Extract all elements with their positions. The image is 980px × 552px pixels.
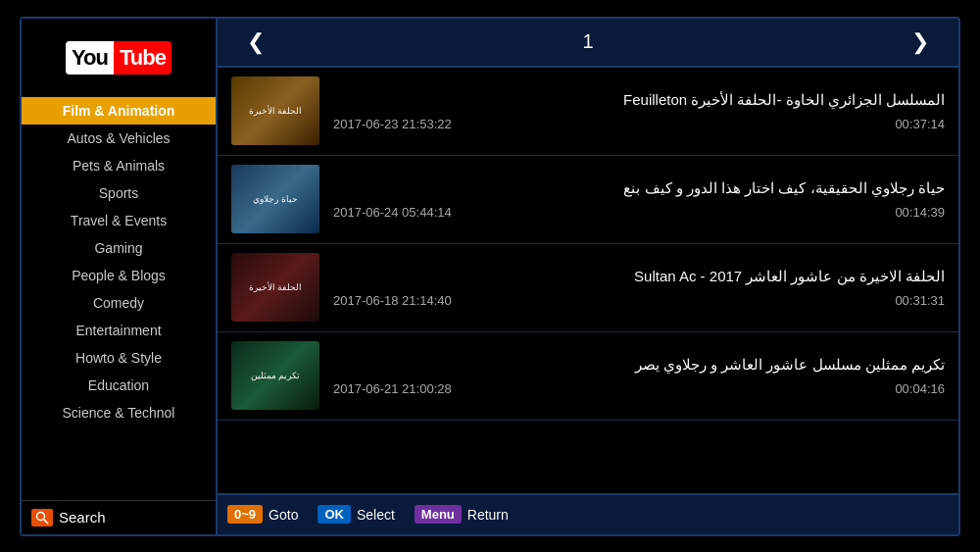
video-duration-4: 00:04:16 (895, 381, 945, 396)
bottom-bar: 0~9 Goto OK Select Menu Return (218, 493, 958, 534)
svg-line-1 (44, 519, 49, 524)
select-badge: OK (318, 505, 351, 524)
video-list: الحلفة الأخيرة المسلسل الجزائري الخاوة -… (218, 68, 958, 493)
sidebar-item-howto-style[interactable]: Howto & Style (22, 344, 216, 372)
sidebar-item-travel-events[interactable]: Travel & Events (22, 207, 216, 234)
video-info-2: حياة رجلاوي الحقيقية، كيف اختار هذا الدو… (333, 178, 945, 221)
thumb-text-3: الحلفة الأخيرة (247, 280, 305, 294)
sidebar-item-comedy[interactable]: Comedy (22, 289, 216, 317)
sidebar-search[interactable]: Search (22, 500, 216, 534)
youtube-you: You (66, 41, 114, 75)
video-info-3: الحلفة الاخيرة من عاشور العاشر Sultan Ac… (333, 267, 945, 309)
sidebar-nav: Film & Animation Autos & Vehicles Pets &… (22, 97, 216, 427)
video-title-3: الحلفة الاخيرة من عاشور العاشر Sultan Ac… (333, 267, 945, 286)
pagination-bar: ❮ 1 ❯ (218, 19, 958, 68)
video-duration-3: 00:31:31 (895, 293, 945, 308)
page-number: 1 (582, 30, 593, 53)
select-item: OK Select (318, 505, 394, 524)
video-thumbnail-1: الحلفة الأخيرة (231, 76, 319, 145)
video-date-3: 2017-06-18 21:14:40 (333, 293, 452, 308)
video-meta-4: 2017-06-21 21:00:28 00:04:16 (333, 381, 945, 396)
video-date-4: 2017-06-21 21:00:28 (333, 381, 452, 396)
thumb-text-4: تكريم ممثلين (249, 369, 303, 382)
goto-badge: 0~9 (227, 505, 263, 524)
search-icon (31, 509, 53, 527)
content-area: ❮ 1 ❯ الحلفة الأخيرة المسلسل الجزائري ال… (218, 19, 958, 534)
sidebar-item-science-technol[interactable]: Science & Technol (22, 399, 216, 427)
video-meta-3: 2017-06-18 21:14:40 00:31:31 (333, 293, 945, 308)
video-item-2[interactable]: حياة رجلاوي حياة رجلاوي الحقيقية، كيف اخ… (218, 156, 958, 244)
return-badge: Menu (415, 505, 462, 524)
sidebar-item-gaming[interactable]: Gaming (22, 234, 216, 262)
video-item-4[interactable]: تكريم ممثلين تكريم ممثلين مسلسل عاشور ال… (218, 332, 958, 421)
video-title-2: حياة رجلاوي الحقيقية، كيف اختار هذا الدو… (333, 178, 945, 198)
next-page-button[interactable]: ❯ (911, 29, 929, 55)
video-info-4: تكريم ممثلين مسلسل عاشور العاشر و رجلاوي… (333, 355, 945, 397)
video-thumbnail-2: حياة رجلاوي (231, 165, 319, 233)
video-title-4: تكريم ممثلين مسلسل عاشور العاشر و رجلاوي… (333, 355, 945, 375)
video-thumbnail-3: الحلفة الأخيرة (231, 253, 319, 322)
svg-point-0 (37, 512, 45, 520)
youtube-tube: Tube (114, 41, 172, 75)
video-meta-2: 2017-06-24 05:44:14 00:14:39 (333, 205, 945, 220)
sidebar: YouTube Film & Animation Autos & Vehicle… (22, 19, 218, 534)
sidebar-item-autos-vehicles[interactable]: Autos & Vehicles (22, 125, 216, 152)
video-item-3[interactable]: الحلفة الأخيرة الحلفة الاخيرة من عاشور ا… (218, 244, 958, 332)
video-item-1[interactable]: الحلفة الأخيرة المسلسل الجزائري الخاوة -… (218, 68, 958, 156)
video-duration-2: 00:14:39 (895, 205, 945, 220)
return-label: Return (467, 507, 509, 523)
select-label: Select (357, 507, 395, 523)
video-date-1: 2017-06-23 21:53:22 (333, 117, 452, 131)
goto-item: 0~9 Goto (227, 505, 298, 524)
return-item: Menu Return (415, 505, 509, 524)
sidebar-item-film-animation[interactable]: Film & Animation (22, 97, 216, 125)
sidebar-item-sports[interactable]: Sports (22, 179, 216, 207)
main-container: YouTube Film & Animation Autos & Vehicle… (20, 17, 960, 536)
thumb-text-1: الحلفة الأخيرة (247, 104, 305, 118)
prev-page-button[interactable]: ❮ (247, 29, 265, 55)
sidebar-item-education[interactable]: Education (22, 372, 216, 399)
video-meta-1: 2017-06-23 21:53:22 00:37:14 (333, 117, 945, 131)
thumb-text-2: حياة رجلاوي (251, 192, 300, 206)
youtube-logo: YouTube (40, 28, 197, 87)
video-title-1: المسلسل الجزائري الخاوة -الحلفة الأخيرة … (333, 90, 945, 110)
video-info-1: المسلسل الجزائري الخاوة -الحلفة الأخيرة … (333, 90, 945, 132)
goto-label: Goto (269, 507, 298, 523)
video-date-2: 2017-06-24 05:44:14 (333, 205, 452, 220)
video-duration-1: 00:37:14 (895, 117, 945, 131)
sidebar-item-pets-animals[interactable]: Pets & Animals (22, 152, 216, 179)
video-thumbnail-4: تكريم ممثلين (231, 341, 319, 410)
sidebar-item-entertainment[interactable]: Entertainment (22, 317, 216, 344)
sidebar-item-people-blogs[interactable]: People & Blogs (22, 262, 216, 289)
search-label: Search (59, 509, 106, 526)
